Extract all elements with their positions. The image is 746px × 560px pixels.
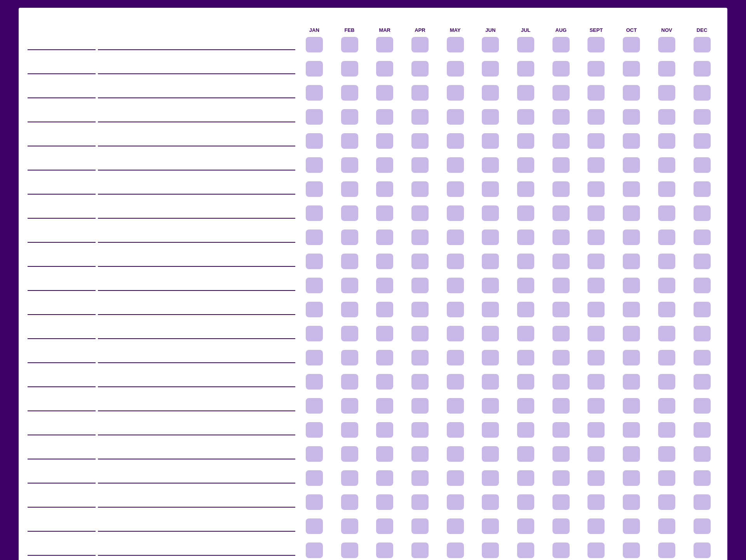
checkbox-jan[interactable] bbox=[306, 494, 323, 510]
checkbox-feb[interactable] bbox=[341, 133, 358, 149]
checkbox-jun[interactable] bbox=[482, 422, 499, 438]
checkbox-dec[interactable] bbox=[694, 470, 711, 486]
checkbox-mar[interactable] bbox=[376, 518, 393, 534]
bill-input-line[interactable] bbox=[98, 161, 295, 170]
bill-input-line[interactable] bbox=[98, 137, 295, 146]
day-input-line[interactable] bbox=[28, 330, 96, 339]
checkbox-nov[interactable] bbox=[658, 109, 675, 125]
checkbox-sept[interactable] bbox=[587, 230, 605, 245]
checkbox-jul[interactable] bbox=[517, 446, 534, 462]
checkbox-jul[interactable] bbox=[517, 470, 534, 486]
checkbox-jul[interactable] bbox=[517, 326, 534, 341]
checkbox-apr[interactable] bbox=[411, 157, 429, 173]
checkbox-jun[interactable] bbox=[482, 543, 499, 558]
checkbox-oct[interactable] bbox=[623, 518, 640, 534]
checkbox-jul[interactable] bbox=[517, 278, 534, 293]
checkbox-feb[interactable] bbox=[341, 37, 358, 52]
checkbox-apr[interactable] bbox=[411, 278, 429, 293]
checkbox-mar[interactable] bbox=[376, 181, 393, 197]
checkbox-jun[interactable] bbox=[482, 61, 499, 77]
checkbox-aug[interactable] bbox=[553, 61, 570, 77]
checkbox-jan[interactable] bbox=[306, 374, 323, 390]
checkbox-apr[interactable] bbox=[411, 446, 429, 462]
checkbox-may[interactable] bbox=[447, 157, 464, 173]
checkbox-mar[interactable] bbox=[376, 61, 393, 77]
checkbox-oct[interactable] bbox=[623, 85, 640, 101]
checkbox-dec[interactable] bbox=[694, 326, 711, 341]
checkbox-may[interactable] bbox=[447, 205, 464, 221]
checkbox-jan[interactable] bbox=[306, 230, 323, 245]
checkbox-nov[interactable] bbox=[658, 133, 675, 149]
checkbox-mar[interactable] bbox=[376, 205, 393, 221]
checkbox-jun[interactable] bbox=[482, 85, 499, 101]
day-input-line[interactable] bbox=[28, 282, 96, 291]
checkbox-jun[interactable] bbox=[482, 157, 499, 173]
checkbox-aug[interactable] bbox=[553, 85, 570, 101]
checkbox-sept[interactable] bbox=[587, 254, 605, 269]
checkbox-aug[interactable] bbox=[553, 157, 570, 173]
checkbox-sept[interactable] bbox=[587, 350, 605, 365]
checkbox-aug[interactable] bbox=[553, 518, 570, 534]
checkbox-oct[interactable] bbox=[623, 302, 640, 317]
checkbox-jul[interactable] bbox=[517, 230, 534, 245]
checkbox-jul[interactable] bbox=[517, 494, 534, 510]
bill-input-line[interactable] bbox=[98, 113, 295, 122]
day-input-line[interactable] bbox=[28, 257, 96, 267]
checkbox-jul[interactable] bbox=[517, 254, 534, 269]
checkbox-jul[interactable] bbox=[517, 37, 534, 52]
checkbox-oct[interactable] bbox=[623, 230, 640, 245]
checkbox-dec[interactable] bbox=[694, 543, 711, 558]
bill-input-line[interactable] bbox=[98, 65, 295, 74]
checkbox-mar[interactable] bbox=[376, 254, 393, 269]
checkbox-jul[interactable] bbox=[517, 61, 534, 77]
checkbox-sept[interactable] bbox=[587, 398, 605, 414]
checkbox-jan[interactable] bbox=[306, 133, 323, 149]
checkbox-mar[interactable] bbox=[376, 470, 393, 486]
checkbox-aug[interactable] bbox=[553, 133, 570, 149]
day-input-line[interactable] bbox=[28, 378, 96, 387]
checkbox-jun[interactable] bbox=[482, 350, 499, 365]
day-input-line[interactable] bbox=[28, 402, 96, 411]
checkbox-dec[interactable] bbox=[694, 446, 711, 462]
checkbox-nov[interactable] bbox=[658, 398, 675, 414]
checkbox-sept[interactable] bbox=[587, 278, 605, 293]
checkbox-jan[interactable] bbox=[306, 61, 323, 77]
checkbox-apr[interactable] bbox=[411, 422, 429, 438]
day-input-line[interactable] bbox=[28, 354, 96, 363]
checkbox-aug[interactable] bbox=[553, 205, 570, 221]
checkbox-feb[interactable] bbox=[341, 494, 358, 510]
checkbox-nov[interactable] bbox=[658, 181, 675, 197]
checkbox-sept[interactable] bbox=[587, 302, 605, 317]
checkbox-may[interactable] bbox=[447, 133, 464, 149]
checkbox-sept[interactable] bbox=[587, 326, 605, 341]
checkbox-jun[interactable] bbox=[482, 254, 499, 269]
bill-input-line[interactable] bbox=[98, 450, 295, 459]
checkbox-jul[interactable] bbox=[517, 157, 534, 173]
checkbox-apr[interactable] bbox=[411, 37, 429, 52]
checkbox-nov[interactable] bbox=[658, 518, 675, 534]
checkbox-jul[interactable] bbox=[517, 181, 534, 197]
checkbox-apr[interactable] bbox=[411, 133, 429, 149]
checkbox-oct[interactable] bbox=[623, 205, 640, 221]
checkbox-jun[interactable] bbox=[482, 278, 499, 293]
day-input-line[interactable] bbox=[28, 113, 96, 122]
checkbox-nov[interactable] bbox=[658, 205, 675, 221]
checkbox-aug[interactable] bbox=[553, 543, 570, 558]
checkbox-mar[interactable] bbox=[376, 85, 393, 101]
checkbox-feb[interactable] bbox=[341, 350, 358, 365]
checkbox-jan[interactable] bbox=[306, 254, 323, 269]
checkbox-sept[interactable] bbox=[587, 133, 605, 149]
checkbox-aug[interactable] bbox=[553, 326, 570, 341]
checkbox-dec[interactable] bbox=[694, 302, 711, 317]
checkbox-jan[interactable] bbox=[306, 398, 323, 414]
checkbox-oct[interactable] bbox=[623, 109, 640, 125]
bill-input-line[interactable] bbox=[98, 185, 295, 195]
checkbox-feb[interactable] bbox=[341, 278, 358, 293]
checkbox-apr[interactable] bbox=[411, 398, 429, 414]
checkbox-jul[interactable] bbox=[517, 422, 534, 438]
checkbox-nov[interactable] bbox=[658, 543, 675, 558]
checkbox-mar[interactable] bbox=[376, 446, 393, 462]
checkbox-jun[interactable] bbox=[482, 494, 499, 510]
checkbox-nov[interactable] bbox=[658, 374, 675, 390]
checkbox-may[interactable] bbox=[447, 422, 464, 438]
